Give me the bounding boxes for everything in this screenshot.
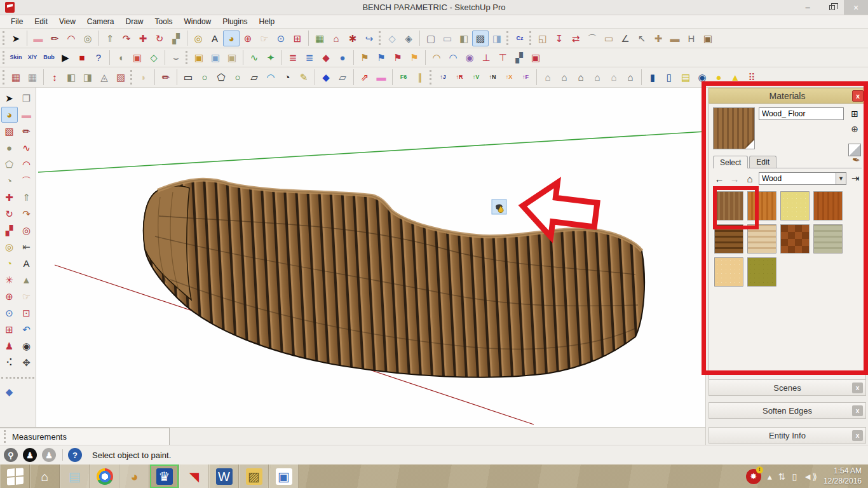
soap-skin-icon[interactable]: Skin bbox=[8, 50, 24, 65]
stamp-tool-icon[interactable]: ◧ bbox=[63, 69, 79, 85]
orbit-tool-icon[interactable]: ⊕ bbox=[240, 30, 256, 46]
artisan-flag-3-icon[interactable]: ⚑ bbox=[390, 50, 406, 65]
back-edges-style-icon[interactable]: ◈ bbox=[400, 30, 417, 46]
tab-edit[interactable]: Edit bbox=[749, 156, 776, 168]
minimize-button[interactable]: – bbox=[796, 0, 820, 15]
lt-line-icon[interactable]: ✏ bbox=[18, 123, 35, 139]
surf-parallelogram-icon[interactable]: ▱ bbox=[246, 69, 262, 85]
sphere-yellow-icon[interactable]: ● bbox=[710, 69, 727, 85]
layers-5-icon[interactable]: ≣ bbox=[285, 50, 301, 65]
select-tool-icon[interactable]: ➤ bbox=[8, 30, 24, 46]
box-blue-icon[interactable]: ▣ bbox=[207, 50, 224, 65]
lt-section-plane-icon[interactable]: ✥ bbox=[18, 355, 35, 370]
lt-rotate-icon[interactable]: ↻ bbox=[1, 206, 18, 222]
sign-in-icon[interactable]: ♟ bbox=[42, 448, 56, 462]
swatch-parquet-dark[interactable] bbox=[780, 224, 810, 254]
house-front-icon[interactable]: ⌂ bbox=[573, 69, 589, 85]
import-F-icon[interactable]: ↑F bbox=[517, 69, 534, 85]
line-tool-icon[interactable]: ✏ bbox=[46, 30, 63, 46]
lt-2pt-arc-icon[interactable]: ⌒ bbox=[18, 173, 35, 189]
soap-bubble-icon[interactable]: Bub bbox=[41, 50, 57, 65]
filmstrip-icon[interactable]: ▤ bbox=[677, 69, 694, 85]
lt-look-around-icon[interactable]: ◉ bbox=[18, 338, 35, 354]
polyline-blue-icon[interactable]: ◆ bbox=[318, 69, 334, 85]
box-tan-icon[interactable]: ▣ bbox=[224, 50, 240, 65]
details-button[interactable]: ⇥ bbox=[849, 173, 862, 184]
lens-blue-icon[interactable]: ◉ bbox=[694, 69, 710, 85]
follow-me-tool-icon[interactable]: ↷ bbox=[118, 30, 135, 46]
materials-panel-header[interactable]: Materials x bbox=[709, 88, 866, 104]
chevron-down-icon[interactable]: ▼ bbox=[836, 173, 846, 184]
lt-scale-icon[interactable]: ▞ bbox=[1, 222, 18, 238]
materials-close-button[interactable]: x bbox=[852, 90, 864, 102]
curviloft-1-icon[interactable]: ◠ bbox=[428, 50, 445, 65]
lt-offset-icon[interactable]: ◎ bbox=[18, 222, 35, 238]
tray-alert-icon[interactable]: ✸ bbox=[746, 469, 761, 484]
layers-diamond-icon[interactable]: ◆ bbox=[318, 50, 334, 65]
menu-file[interactable]: File bbox=[5, 15, 29, 29]
shaded-style-icon[interactable]: ◧ bbox=[456, 30, 472, 46]
tray-battery-icon[interactable]: ▯ bbox=[792, 472, 797, 481]
scale-tool-icon[interactable]: ▞ bbox=[168, 30, 184, 46]
taskbar-desktop-home[interactable]: ⌂ bbox=[30, 464, 60, 488]
house-solid-icon[interactable]: ⌂ bbox=[556, 69, 573, 85]
secondary-pane-icon[interactable]: ⊞ bbox=[848, 107, 861, 120]
taskbar-sketchup[interactable]: ◥ bbox=[179, 464, 209, 488]
lt-push-pull-icon[interactable]: ⇑ bbox=[18, 189, 35, 205]
tape-measure-icon[interactable]: ◎ bbox=[190, 30, 207, 46]
import-N-icon[interactable]: ↑N bbox=[484, 69, 501, 85]
zoom-extents-icon[interactable]: ⊞ bbox=[289, 30, 306, 46]
lt-pie-icon[interactable]: ◔ bbox=[1, 173, 18, 189]
taskbar-explorer[interactable]: ▨ bbox=[239, 464, 269, 488]
surf-pie-icon[interactable]: ◔ bbox=[279, 69, 295, 85]
bit-angle-icon[interactable]: ∠ bbox=[617, 30, 634, 46]
lt-dimension-icon[interactable]: ⇤ bbox=[18, 239, 35, 255]
artisan-flag-2-icon[interactable]: ⚑ bbox=[373, 50, 390, 65]
shell-mesh-icon[interactable]: ◇ bbox=[146, 50, 162, 65]
hidden-line-style-icon[interactable]: ▭ bbox=[439, 30, 456, 46]
toolbar-grip[interactable] bbox=[4, 430, 6, 443]
cone-yellow-icon[interactable]: ▲ bbox=[727, 69, 743, 85]
scenes-close-button[interactable]: x bbox=[852, 383, 863, 393]
soap-stop-icon[interactable]: ■ bbox=[74, 50, 90, 65]
swatch-wood-floor[interactable] bbox=[714, 191, 743, 220]
sandbox-contours-icon[interactable]: ▦ bbox=[8, 69, 24, 85]
fredo6-tool-icon[interactable]: F6 bbox=[395, 69, 412, 85]
import-R-icon[interactable]: ↑R bbox=[451, 69, 468, 85]
make-face-icon[interactable]: ◆ bbox=[1, 384, 18, 400]
lt-zoom-window-icon[interactable]: ⊡ bbox=[18, 305, 35, 321]
lt-tape-measure-icon[interactable]: ◎ bbox=[1, 239, 18, 255]
import-V-icon[interactable]: ↑V bbox=[468, 69, 484, 85]
shape-gray-icon[interactable]: ▱ bbox=[334, 69, 351, 85]
import-X-icon[interactable]: ↑X bbox=[501, 69, 517, 85]
taskbar-word[interactable]: W bbox=[209, 464, 239, 488]
taskbar-paint[interactable]: ◕ bbox=[119, 464, 149, 488]
surf-arc-icon[interactable]: ◠ bbox=[262, 69, 279, 85]
lt-select-icon[interactable]: ➤ bbox=[1, 90, 18, 106]
taskbar-chrome[interactable] bbox=[90, 464, 119, 488]
menu-help[interactable]: Help bbox=[254, 15, 281, 29]
lt-3d-text-icon[interactable]: ▲ bbox=[18, 272, 35, 288]
cz-plugin-icon[interactable]: Cz bbox=[512, 30, 528, 46]
bit-door-swing-icon[interactable]: ⌒ bbox=[584, 30, 600, 46]
lt-follow-me-icon[interactable]: ↷ bbox=[18, 206, 35, 222]
monochrome-style-icon[interactable]: ◨ bbox=[489, 30, 505, 46]
push-pull-tool-icon[interactable]: ⇑ bbox=[102, 30, 118, 46]
lt-walk-icon[interactable]: ⠪ bbox=[1, 355, 18, 370]
pan-tool-icon[interactable]: ☞ bbox=[256, 30, 273, 46]
import-J-icon[interactable]: ↑J bbox=[435, 69, 451, 85]
panel-entity-info[interactable]: Entity Info x bbox=[709, 427, 866, 444]
back-button[interactable]: ← bbox=[713, 173, 726, 184]
taskbar-start[interactable] bbox=[0, 464, 30, 488]
round-corner-icon[interactable]: ▬ bbox=[373, 69, 390, 85]
sample-paint-icon[interactable]: ✒ bbox=[851, 154, 862, 166]
guide-lines-icon[interactable]: ∥ bbox=[412, 69, 428, 85]
eraser-tool-icon[interactable]: ▬ bbox=[30, 30, 46, 46]
house-roof-icon[interactable]: ⌂ bbox=[589, 69, 606, 85]
denim-panel-icon[interactable]: ▮ bbox=[644, 69, 661, 85]
surf-polygon-icon[interactable]: ⬠ bbox=[213, 69, 229, 85]
soap-xy-icon[interactable]: X/Y bbox=[24, 50, 41, 65]
lt-pan-icon[interactable]: ☞ bbox=[18, 288, 35, 304]
menu-window[interactable]: Window bbox=[179, 15, 217, 29]
lt-axes-icon[interactable]: ✳ bbox=[1, 272, 18, 288]
